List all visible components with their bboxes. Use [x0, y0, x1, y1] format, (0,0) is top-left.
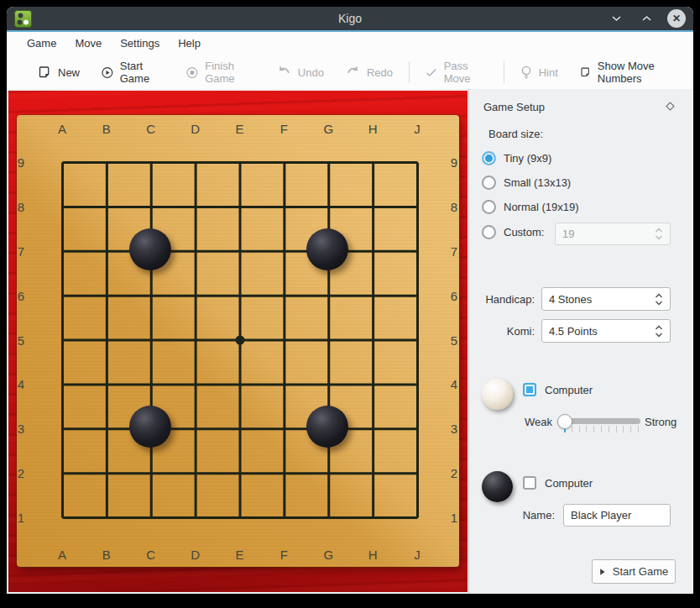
- spinbox-arrows-icon: [655, 227, 663, 241]
- toolbar-separator: [504, 61, 504, 83]
- board-coordinate-label: 1: [451, 511, 457, 525]
- board-coordinate-label: 2: [18, 466, 24, 480]
- board-coordinate-label: 6: [18, 288, 24, 302]
- kigo-window: Kigo ✕ Game Move Settings Help New Start…: [7, 7, 693, 594]
- window-title: Kigo: [7, 12, 693, 25]
- radio-dot: [482, 200, 496, 214]
- black-computer-checkbox[interactable]: [523, 476, 536, 490]
- menu-help[interactable]: Help: [169, 32, 210, 55]
- start-game-panel-button[interactable]: Start Game: [592, 559, 676, 584]
- toolbar-separator: [409, 61, 410, 83]
- custom-size-spinbox: 19: [555, 223, 671, 245]
- board-coordinate-label: 4: [18, 377, 24, 391]
- spinbox-arrows-icon: [655, 292, 663, 307]
- new-document-icon: [38, 66, 51, 79]
- board-coordinate-label: G: [323, 122, 333, 136]
- board-coordinate-label: 8: [451, 199, 457, 213]
- board-coordinate-label: 6: [451, 288, 457, 302]
- spinbox-arrows-icon: [655, 324, 663, 338]
- play-triangle-icon: [599, 568, 606, 576]
- board-coordinate-label: 7: [18, 244, 24, 258]
- black-computer-label: Computer: [545, 477, 593, 490]
- board-coordinate-label: E: [235, 122, 243, 136]
- komi-label: Komi:: [469, 325, 535, 338]
- hint-button: Hint: [509, 55, 569, 89]
- menu-settings[interactable]: Settings: [111, 32, 169, 55]
- handicap-label: Handicap:: [469, 293, 535, 306]
- pass-move-button: Pass Move: [415, 55, 499, 89]
- menubar: Game Move Settings Help: [7, 32, 693, 55]
- board-coordinate-label: A: [58, 548, 66, 562]
- show-move-numbers-button[interactable]: Show Move Numbers: [569, 55, 693, 89]
- radio-dot: [482, 225, 496, 239]
- checkmark-icon: [426, 67, 437, 78]
- star-point: [235, 335, 244, 344]
- new-button[interactable]: New: [27, 55, 91, 89]
- menu-game[interactable]: Game: [18, 32, 65, 55]
- board-coordinate-label: C: [146, 548, 155, 562]
- radio-dot: [482, 176, 496, 190]
- weak-label: Weak: [488, 416, 552, 428]
- board-coordinate-label: F: [280, 548, 288, 562]
- panel-title: Game Setup: [483, 101, 545, 113]
- board-size-label: Board size:: [488, 128, 543, 140]
- game-setup-panel: Game Setup Board size: Tiny (9x9) Small …: [468, 89, 693, 594]
- radio-custom[interactable]: Custom:: [482, 225, 544, 239]
- float-panel-button[interactable]: [666, 101, 675, 113]
- go-board-view: AABBCCDDEEFFGGHHJJ998877665544332211: [7, 89, 468, 594]
- undo-icon: [277, 66, 291, 79]
- play-circle-icon: [102, 66, 113, 80]
- menu-move[interactable]: Move: [65, 32, 111, 55]
- radio-dot: [482, 151, 496, 165]
- redo-icon: [346, 66, 360, 79]
- undo-button: Undo: [266, 55, 335, 89]
- minimize-button[interactable]: [607, 9, 625, 28]
- board-coordinate-label: B: [102, 122, 111, 136]
- toolbar: New Start Game Finish Game Undo Redo Pas…: [7, 55, 693, 89]
- board-coordinate-label: J: [414, 548, 421, 562]
- komi-spinbox[interactable]: 4.5 Points: [541, 319, 671, 343]
- stop-circle-icon: [186, 66, 198, 80]
- close-icon: ✕: [672, 13, 681, 24]
- chevron-down-icon: [611, 15, 622, 22]
- handicap-spinbox[interactable]: 4 Stones: [541, 287, 671, 311]
- radio-normal[interactable]: Normal (19x19): [482, 200, 579, 214]
- board-coordinate-label: B: [102, 548, 111, 562]
- titlebar[interactable]: Kigo ✕: [7, 7, 693, 32]
- board-coordinate-label: C: [146, 122, 155, 136]
- slider-ticks: [564, 426, 639, 432]
- board-coordinate-label: D: [191, 548, 200, 562]
- board-coordinate-label: 3: [451, 422, 457, 436]
- board-coordinate-label: 7: [451, 244, 457, 258]
- white-player-stone: [482, 379, 513, 410]
- white-computer-checkbox[interactable]: [523, 383, 536, 396]
- maximize-button[interactable]: [637, 9, 656, 28]
- chevron-up-icon: [641, 15, 652, 22]
- black-stone: [129, 228, 171, 270]
- board-coordinate-label: 8: [18, 199, 24, 213]
- board-coordinate-label: 2: [451, 466, 457, 480]
- white-computer-label: Computer: [545, 384, 593, 396]
- board-coordinate-label: 9: [451, 155, 457, 170]
- close-button[interactable]: ✕: [667, 9, 686, 28]
- black-stone: [306, 406, 348, 448]
- diamond-icon: [666, 102, 675, 111]
- radio-tiny[interactable]: Tiny (9x9): [482, 151, 551, 165]
- board-coordinate-label: 9: [18, 155, 24, 170]
- start-game-button[interactable]: Start Game: [91, 55, 175, 89]
- black-player-name-input[interactable]: [563, 504, 671, 527]
- strong-label: Strong: [645, 416, 676, 428]
- board-coordinate-label: 1: [18, 511, 24, 525]
- board-coordinate-label: F: [280, 122, 288, 136]
- board-coordinate-label: G: [323, 548, 333, 562]
- black-player-stone: [482, 471, 513, 502]
- finish-game-button: Finish Game: [175, 55, 265, 89]
- board-coordinate-label: H: [368, 548, 378, 562]
- black-stone: [306, 228, 348, 270]
- kigo-app-icon: [14, 10, 32, 28]
- strength-slider-handle[interactable]: [557, 414, 572, 429]
- lightbulb-icon: [520, 66, 532, 80]
- board-coordinate-label: H: [368, 122, 378, 136]
- radio-small[interactable]: Small (13x13): [482, 176, 571, 190]
- black-stone: [129, 406, 171, 448]
